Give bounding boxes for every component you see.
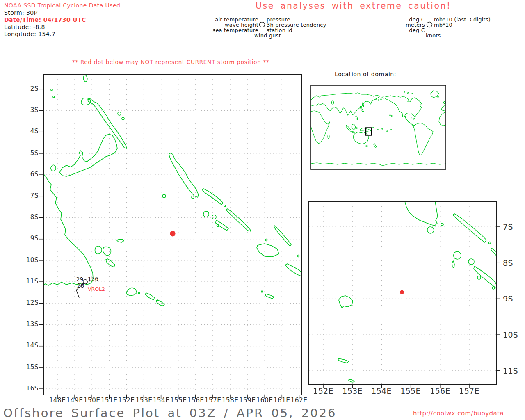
station-air-temp: 29 bbox=[76, 276, 83, 283]
storm-position-dot-zoom bbox=[400, 290, 404, 294]
caution-banner: Use analyses with extreme caution! bbox=[256, 1, 451, 11]
legend-mb10-label: mb*10 bbox=[434, 22, 452, 28]
lat-tick-label: 16S bbox=[19, 385, 39, 392]
zoom-lat-tick-label: 7S bbox=[503, 222, 513, 231]
buoy-plot-page: { "header": { "line1": "NOAA SSD Tropica… bbox=[0, 0, 525, 420]
lat-tick-label: 7S bbox=[19, 192, 39, 199]
zoom-map-coastlines bbox=[338, 201, 496, 382]
source-url: http://coolwx.com/buoydata bbox=[413, 410, 504, 417]
zoom-lon-tick-label: 157E bbox=[457, 386, 482, 395]
zoom-lon-tick-label: 154E bbox=[369, 386, 394, 395]
lon-tick-label: 162E bbox=[290, 397, 308, 404]
latitude-line: Latitude: -8.8 bbox=[4, 24, 45, 30]
zoom-lat-tick-label: 10S bbox=[503, 330, 518, 339]
zoom-lon-tick-label: 152E bbox=[311, 386, 336, 395]
storm-id-line: Storm: 30P bbox=[4, 9, 38, 16]
lat-tick-label: 14S bbox=[19, 342, 39, 349]
lat-tick-label: 12S bbox=[19, 299, 39, 306]
main-map-coastlines bbox=[43, 75, 302, 306]
legend-station-circle-icon bbox=[260, 22, 265, 27]
world-map-frame bbox=[311, 85, 446, 169]
legend-degc2-label: deg C bbox=[381, 27, 425, 33]
lon-tick-label: 151E bbox=[100, 397, 118, 404]
lon-tick-label: 150E bbox=[83, 397, 101, 404]
legend-units-circle-icon bbox=[427, 22, 432, 27]
lat-tick-label: 2S bbox=[19, 85, 39, 92]
longitude-line: Longitude: 154.7 bbox=[4, 31, 55, 37]
legend-knots-label: knots bbox=[426, 32, 441, 39]
datetime-line: Date/Time: 04/1730 UTC bbox=[4, 16, 86, 23]
lat-tick-label: 5S bbox=[19, 149, 39, 157]
world-inset-map bbox=[311, 85, 446, 169]
plot-title: Offshore Surface Plot at 03Z / APR 05, 2… bbox=[3, 406, 337, 420]
lon-tick-label: 149E bbox=[66, 397, 84, 404]
zoom-lat-tick-label: 8S bbox=[503, 258, 513, 267]
storm-position-dot bbox=[170, 231, 176, 237]
main-map-ticks bbox=[39, 89, 299, 399]
legend-wind-gust-label: wind gust bbox=[254, 32, 281, 39]
lon-tick-label: 154E bbox=[152, 397, 170, 404]
zoom-lon-tick-label: 155E bbox=[398, 386, 423, 395]
station-plot-vrol2: 29 28 156 VROL2 bbox=[76, 276, 105, 298]
zoom-lon-tick-label: 156E bbox=[428, 386, 452, 395]
zoom-lat-tick-label: 9S bbox=[503, 294, 513, 303]
zoom-map-ticks bbox=[323, 227, 500, 388]
lat-tick-label: 3S bbox=[19, 106, 39, 114]
legend-sea-temp-label: sea temperature bbox=[172, 27, 258, 33]
zoom-map bbox=[309, 201, 500, 388]
station-pressure: 156 bbox=[88, 276, 98, 282]
lat-tick-label: 9S bbox=[19, 235, 39, 242]
zoom-lat-tick-label: 11S bbox=[503, 366, 518, 375]
lat-tick-label: 15S bbox=[19, 363, 39, 371]
main-map: 29 28 156 VROL2 bbox=[39, 74, 302, 399]
lat-tick-label: 4S bbox=[19, 128, 39, 135]
lat-tick-label: 11S bbox=[19, 278, 39, 285]
lon-tick-label: 153E bbox=[135, 397, 153, 404]
lon-tick-label: 158E bbox=[221, 397, 239, 404]
red-dot-warning: ** Red dot below may NOT represent CURRE… bbox=[72, 59, 269, 65]
lon-tick-label: 161E bbox=[273, 397, 291, 404]
lon-tick-label: 156E bbox=[187, 397, 205, 404]
lon-tick-label: 155E bbox=[169, 397, 187, 404]
zoom-lon-tick-label: 153E bbox=[340, 386, 365, 395]
station-sea-temp: 28 bbox=[77, 282, 84, 289]
lon-tick-label: 160E bbox=[256, 397, 274, 404]
world-coastlines bbox=[311, 91, 446, 166]
lon-tick-label: 159E bbox=[238, 397, 256, 404]
lat-tick-label: 13S bbox=[19, 320, 39, 328]
lat-tick-label: 10S bbox=[19, 256, 39, 264]
station-id: VROL2 bbox=[88, 286, 105, 292]
data-source-line: NOAA SSD Tropical Cyclone Data Used: bbox=[4, 2, 122, 9]
lat-tick-label: 6S bbox=[19, 171, 39, 178]
lon-tick-label: 152E bbox=[117, 397, 135, 404]
lat-tick-label: 8S bbox=[19, 213, 39, 221]
lon-tick-label: 148E bbox=[48, 397, 66, 404]
lon-tick-label: 157E bbox=[204, 397, 222, 404]
inset-title: Location of domain: bbox=[335, 71, 396, 78]
